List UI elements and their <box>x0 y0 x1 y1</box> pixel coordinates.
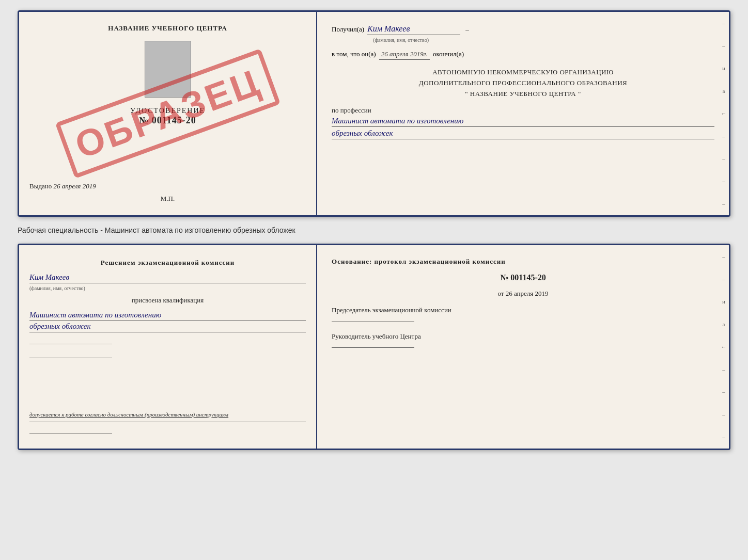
udostoverenie-block: УДОСТОВЕРЕНИЕ № 001145-20 <box>130 107 205 126</box>
poluchil-dash: – <box>465 25 469 34</box>
rukovoditel-block: Руководитель учебного Центра <box>332 331 714 350</box>
vydano-date: 26 апреля 2019 <box>54 182 96 190</box>
a-label: а <box>723 88 725 94</box>
i-label-2: и <box>722 298 725 305</box>
poluchil-row: Получил(а) Ким Макеев – <box>332 24 714 35</box>
sig-line-3 <box>29 434 112 434</box>
top-document-card: НАЗВАНИЕ УЧЕБНОГО ЦЕНТРА УДОСТОВЕРЕНИЕ №… <box>18 10 730 217</box>
ot-date-block: от 26 апреля 2019 <box>332 290 714 298</box>
vtom-okoncil: окончил(а) <box>433 50 464 58</box>
vtom-date: 26 апреля 2019г. <box>379 50 430 60</box>
predsedatel-label: Председатель экзаменационной комиссии <box>332 305 714 315</box>
kvali-line2: обрезных обложек <box>29 322 306 332</box>
org-line3: " НАЗВАНИЕ УЧЕБНОГО ЦЕНТРА " <box>332 89 714 100</box>
vtom-label: в том, что он(а) <box>332 50 376 58</box>
org-line1: АВТОНОМНУЮ НЕКОММЕРЧЕСКУЮ ОРГАНИЗАЦИЮ <box>332 67 714 78</box>
org-line2: ДОПОЛНИТЕЛЬНОГО ПРОФЕССИОНАЛЬНОГО ОБРАЗО… <box>332 78 714 89</box>
a-label-2: а <box>723 321 725 327</box>
resheniem-title: Решением экзаменационной комиссии <box>29 258 306 268</box>
vydano-row: Выдано 26 апреля 2019 <box>29 174 306 190</box>
udostoverenie-number: № 001145-20 <box>130 115 205 126</box>
kvali-line1: Машинист автомата по изготовлению <box>29 311 306 321</box>
predsedatel-block: Председатель экзаменационной комиссии <box>332 305 714 324</box>
osnovanie-title: Основание: протокол экзаменационной коми… <box>332 258 714 266</box>
udostoverenie-label: УДОСТОВЕРЕНИЕ <box>130 107 205 115</box>
caption-text: Рабочая специальность - Машинист автомат… <box>18 226 295 234</box>
vydano-label: Выдано <box>29 182 52 190</box>
photo-placeholder <box>145 41 191 98</box>
i-label: и <box>722 65 725 71</box>
proto-num: № 001145-20 <box>332 273 714 282</box>
profesia-block: по профессии Машинист автомата по изгото… <box>332 106 714 139</box>
profesia-line1: Машинист автомата по изготовлению <box>332 117 714 127</box>
vtom-row: в том, что он(а) 26 апреля 2019г. окончи… <box>332 50 714 60</box>
profesia-line2: обрезных обложек <box>332 129 714 139</box>
side-dashes-bottom: – – и а ← – – – – <box>719 245 729 449</box>
dopuskaetsya-text: допускается к работе согласно должностны… <box>29 410 306 422</box>
predsedatel-sig-line <box>332 322 414 322</box>
caption-row: Рабочая специальность - Машинист автомат… <box>18 225 730 235</box>
center-title: НАЗВАНИЕ УЧЕБНОГО ЦЕНТРА <box>108 24 227 33</box>
poluchil-name: Ким Макеев <box>367 24 460 35</box>
mp-label: М.П. <box>161 195 175 203</box>
bottom-card-right: Основание: протокол экзаменационной коми… <box>317 245 729 449</box>
top-card-right: Получил(а) Ким Макеев – (фамилия, имя, о… <box>317 12 729 215</box>
ot-date: 26 апреля 2019 <box>506 290 549 297</box>
ot-label: от <box>498 290 504 297</box>
fio-sublabel-top: (фамилия, имя, отчество) <box>373 37 730 43</box>
side-dashes-top: – – и а ← – – – – <box>719 12 729 215</box>
kvali-block: Машинист автомата по изготовлению обрезн… <box>29 310 306 332</box>
profesia-label: по профессии <box>332 106 714 115</box>
org-block: АВТОНОМНУЮ НЕКОММЕРЧЕСКУЮ ОРГАНИЗАЦИЮ ДО… <box>332 67 714 99</box>
top-card-left: НАЗВАНИЕ УЧЕБНОГО ЦЕНТРА УДОСТОВЕРЕНИЕ №… <box>19 12 317 215</box>
bottom-card-left: Решением экзаменационной комиссии Ким Ма… <box>19 245 317 449</box>
prisvoena-label: присвоена квалификация <box>29 296 306 305</box>
bottom-document-card: Решением экзаменационной комиссии Ким Ма… <box>18 244 730 450</box>
poluchil-label: Получил(а) <box>332 25 364 34</box>
fio-sublabel-bottom: (фамилия, имя, отчество) <box>29 285 306 291</box>
sig-line-1 <box>29 344 112 344</box>
rukovoditel-sig-line <box>332 347 414 348</box>
sig-line-2 <box>29 358 112 358</box>
komissia-name: Ким Макеев <box>29 273 306 283</box>
rukovoditel-label: Руководитель учебного Центра <box>332 331 714 342</box>
